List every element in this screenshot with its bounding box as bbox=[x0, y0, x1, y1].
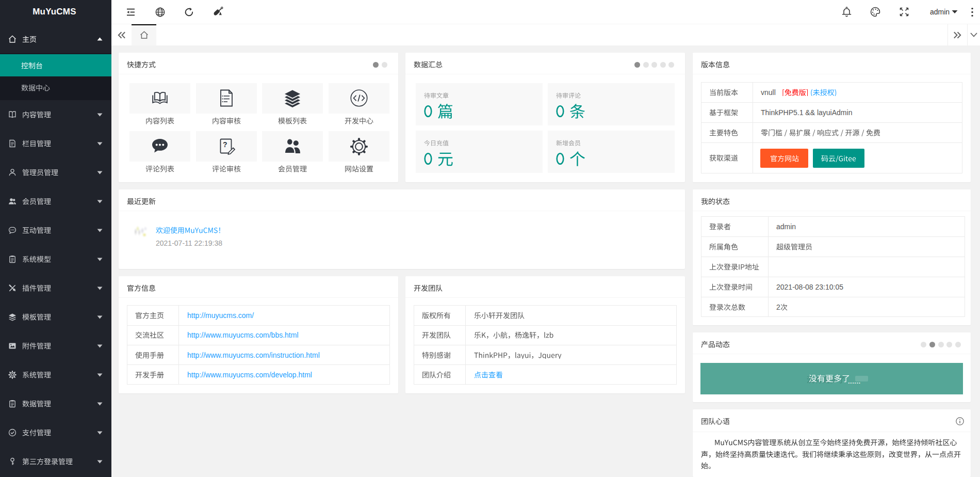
svg-text:?: ? bbox=[223, 140, 227, 149]
